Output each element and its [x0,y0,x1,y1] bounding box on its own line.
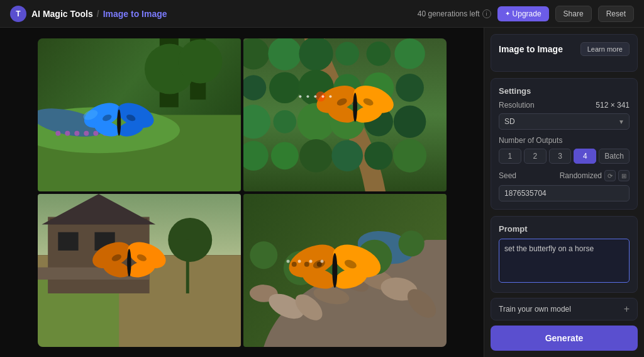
generations-text: 40 generations left [418,9,480,18]
header-right: 40 generations left i Upgrade Share Rese… [418,6,634,22]
resolution-value: 512 × 341 [596,101,630,110]
batch-button[interactable]: Batch [599,149,630,164]
seed-randomized: Randomized ⟳ ⊞ [560,170,630,181]
output-btn-2[interactable]: 2 [524,149,547,164]
section-header: Image to Image Learn more [499,42,630,56]
prompt-section: Prompt [491,216,638,293]
image-cell-2[interactable] [243,38,447,191]
seed-input[interactable] [499,185,630,201]
randomize-icon[interactable]: ⟳ [604,170,616,181]
seed-label: Seed [499,171,516,180]
title-separator: / [97,9,99,19]
learn-more-button[interactable]: Learn more [580,42,630,56]
info-icon[interactable]: i [482,9,491,18]
output-btn-3[interactable]: 3 [549,149,572,164]
seed-randomized-text: Randomized [560,171,602,180]
quality-select[interactable]: SD HD [499,113,630,130]
prompt-textarea[interactable] [499,239,630,283]
header-left: T AI Magic Tools / Image to Image [10,6,167,22]
section-title: Image to Image [499,44,563,54]
generate-button[interactable]: Generate [491,326,638,351]
output-btn-4[interactable]: 4 [574,149,596,164]
image-grid [38,38,447,347]
output-btn-1[interactable]: 1 [499,149,521,164]
resolution-label: Resolution [499,101,535,110]
generated-image-3 [38,194,241,347]
generations-info: 40 generations left i [418,9,491,18]
image-to-image-section: Image to Image Learn more [491,34,638,72]
outputs-label: Number of Outputs [499,136,630,145]
settings-section: Settings Resolution 512 × 341 SD HD ▼ Nu… [491,78,638,210]
outputs-buttons: 1 2 3 4 Batch [499,149,630,164]
image-cell-1[interactable] [38,38,241,191]
quality-select-wrapper: SD HD ▼ [499,113,630,130]
copy-icon[interactable]: ⊞ [618,170,630,181]
image-cell-4[interactable] [243,194,447,347]
generated-image-1 [38,38,241,191]
app-name: AI Magic Tools [31,9,93,19]
reset-button[interactable]: Reset [598,6,634,22]
right-panel: Image to Image Learn more Settings Resol… [484,28,644,357]
seed-row: Seed Randomized ⟳ ⊞ [499,170,630,181]
add-icon: + [624,303,630,315]
generated-image-2 [243,38,447,191]
upgrade-button[interactable]: Upgrade [497,6,549,21]
image-panel [0,28,484,357]
resolution-row: Resolution 512 × 341 [499,101,630,110]
logo-icon: T [10,6,26,22]
train-model-row[interactable]: Train your own model + [491,298,638,320]
header: T AI Magic Tools / Image to Image 40 gen… [0,0,644,28]
train-model-label: Train your own model [499,305,571,314]
prompt-label: Prompt [499,224,630,234]
settings-title: Settings [499,86,630,96]
header-title: AI Magic Tools / Image to Image [31,9,167,19]
main-layout: Image to Image Learn more Settings Resol… [0,28,644,357]
page-subtitle: Image to Image [103,9,167,19]
generated-image-4 [243,194,447,347]
share-button[interactable]: Share [555,6,592,22]
image-cell-3[interactable] [38,194,241,347]
